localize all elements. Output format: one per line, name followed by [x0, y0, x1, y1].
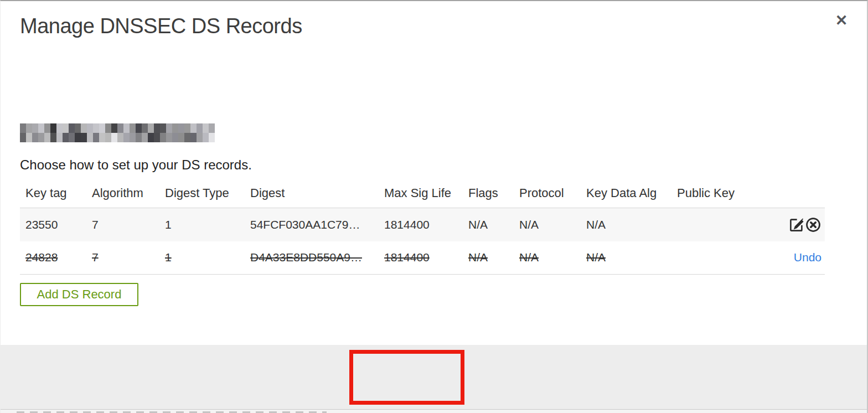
cell-protocol: N/A [519, 251, 539, 264]
cell-key-data-alg: N/A [586, 218, 606, 231]
col-header-protocol: Protocol [514, 183, 581, 208]
col-header-digest: Digest [245, 183, 379, 208]
close-icon[interactable]: ✕ [832, 11, 851, 30]
edit-icon[interactable] [788, 216, 805, 233]
cell-max-sig-life: 1814400 [384, 218, 430, 231]
table-row-deleted: 24828 7 1 D4A33E8DD550A9… 1814400 N/A N/… [20, 241, 825, 275]
cell-key-tag: 24828 [25, 251, 58, 264]
col-header-algorithm: Algorithm [86, 183, 159, 208]
cell-flags: N/A [468, 218, 488, 231]
add-ds-record-button[interactable]: Add DS Record [20, 283, 138, 306]
cell-digest-type: 1 [165, 251, 172, 264]
table-row: 23550 7 1 54FCF030AA1C79… 1814400 N/A N/… [20, 208, 825, 241]
cell-protocol: N/A [519, 218, 539, 231]
cell-algorithm: 7 [92, 251, 99, 264]
circle-x-icon[interactable] [805, 216, 822, 233]
col-header-flags: Flags [463, 183, 514, 208]
table-header-row: Key tag Algorithm Digest Type Digest Max… [20, 183, 825, 208]
cell-digest-type: 1 [165, 218, 172, 231]
cell-key-data-alg: N/A [586, 251, 606, 264]
cell-max-sig-life: 1814400 [384, 251, 430, 264]
redacted-domain-name [20, 123, 215, 142]
cell-digest: 54FCF030AA1C79… [250, 218, 360, 231]
col-header-max-sig-life: Max Sig Life [379, 183, 463, 208]
cell-key-tag: 23550 [25, 218, 58, 231]
page-behind-modal-strip [0, 409, 868, 413]
col-header-key-data-alg: Key Data Alg [581, 183, 671, 208]
col-header-digest-type: Digest Type [159, 183, 245, 208]
modal-footer: Save Cancel [0, 345, 868, 409]
col-header-actions [749, 183, 825, 208]
cell-flags: N/A [468, 251, 488, 264]
undo-link[interactable]: Undo [794, 251, 822, 264]
col-header-key-tag: Key tag [20, 183, 86, 208]
col-header-public-key: Public Key [671, 183, 749, 208]
page-title: Manage DNSSEC DS Records [20, 14, 302, 38]
subtitle-text: Choose how to set up your DS records. [20, 157, 252, 173]
cell-digest: D4A33E8DD550A9… [250, 251, 362, 264]
cell-algorithm: 7 [92, 218, 99, 231]
ds-records-table: Key tag Algorithm Digest Type Digest Max… [20, 183, 825, 275]
